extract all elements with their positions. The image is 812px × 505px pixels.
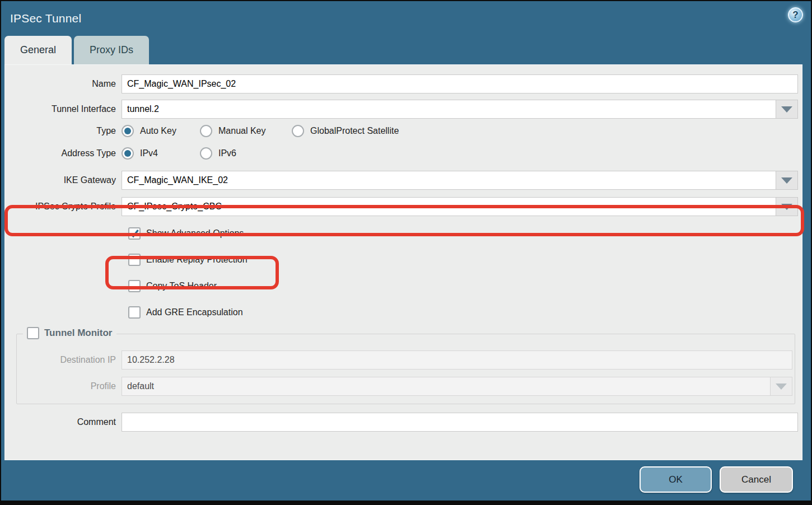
checkbox-label: Show Advanced Options xyxy=(146,228,244,239)
destination-ip-input xyxy=(122,350,792,370)
type-label: Type xyxy=(5,126,122,136)
dialog-title: IPSec Tunnel xyxy=(10,12,81,25)
title-bar: IPSec Tunnel xyxy=(1,1,811,36)
name-label: Name xyxy=(5,79,122,89)
cancel-button[interactable]: Cancel xyxy=(720,466,793,493)
radio-icon xyxy=(200,147,212,160)
tunnel-monitor-label: Tunnel Monitor xyxy=(44,328,113,339)
profile-input xyxy=(122,377,770,396)
radio-selected-icon xyxy=(122,147,134,160)
ipsec-crypto-profile-row: IPSec Crypto Profile xyxy=(5,197,802,216)
address-type-label: Address Type xyxy=(5,148,122,158)
ipsec-tunnel-dialog: IPSec Tunnel ? General Proxy IDs Name Tu… xyxy=(0,0,812,505)
checkbox-icon[interactable] xyxy=(128,254,141,266)
tunnel-interface-dropdown-button[interactable] xyxy=(776,100,798,119)
ipsec-crypto-profile-label: IPSec Crypto Profile xyxy=(5,202,122,212)
add-gre-encapsulation-checkbox-row[interactable]: Add GRE Encapsulation xyxy=(128,306,802,319)
radio-icon xyxy=(292,125,304,137)
comment-row: Comment xyxy=(5,413,802,432)
ike-gateway-input[interactable] xyxy=(122,171,776,190)
checkbox-label: Add GRE Encapsulation xyxy=(146,307,243,317)
radio-label: Auto Key xyxy=(140,126,176,136)
tunnel-monitor-legend: Tunnel Monitor xyxy=(23,327,116,339)
help-icon[interactable]: ? xyxy=(788,7,803,22)
profile-dropdown-button xyxy=(770,377,792,396)
show-advanced-options-checkbox-row[interactable]: Show Advanced Options xyxy=(128,227,802,240)
address-type-option-ipv6[interactable]: IPv6 xyxy=(200,147,236,160)
checkbox-icon[interactable] xyxy=(128,306,141,319)
tunnel-monitor-checkbox[interactable] xyxy=(27,327,39,339)
tunnel-interface-row: Tunnel Interface xyxy=(5,100,802,119)
tunnel-interface-label: Tunnel Interface xyxy=(5,104,122,114)
destination-ip-label: Destination IP xyxy=(17,355,122,365)
radio-label: Manual Key xyxy=(218,126,266,136)
chevron-down-icon xyxy=(781,106,792,113)
chevron-down-icon xyxy=(781,204,792,210)
tunnel-monitor-fieldset: Tunnel Monitor Destination IP Profile xyxy=(16,334,795,404)
profile-row: Profile xyxy=(17,377,795,396)
ike-gateway-row: IKE Gateway xyxy=(5,171,802,190)
type-option-globalprotect-satellite[interactable]: GlobalProtect Satellite xyxy=(292,125,399,137)
type-row: Type Auto Key Manual Key GlobalProtect S… xyxy=(7,125,802,137)
radio-selected-icon xyxy=(122,125,134,137)
tab-bar: General Proxy IDs xyxy=(1,36,811,64)
checkbox-icon[interactable] xyxy=(128,280,141,292)
ok-button[interactable]: OK xyxy=(640,466,712,493)
chevron-down-icon xyxy=(781,177,792,184)
name-row: Name xyxy=(5,74,802,93)
radio-label: IPv6 xyxy=(218,148,236,158)
address-type-option-ipv4[interactable]: IPv4 xyxy=(122,147,200,160)
comment-input[interactable] xyxy=(122,413,798,432)
checkbox-label: Enable Replay Protection xyxy=(146,255,248,265)
tab-proxy-ids[interactable]: Proxy IDs xyxy=(74,36,149,64)
checkbox-checked-icon[interactable] xyxy=(128,227,141,240)
destination-ip-row: Destination IP xyxy=(17,350,795,370)
chevron-down-icon xyxy=(776,384,787,390)
radio-label: GlobalProtect Satellite xyxy=(310,126,399,136)
address-type-row: Address Type IPv4 IPv6 xyxy=(7,147,802,160)
comment-label: Comment xyxy=(5,417,122,427)
tab-general[interactable]: General xyxy=(4,36,72,64)
dialog-footer: OK Cancel xyxy=(1,460,811,501)
ike-gateway-label: IKE Gateway xyxy=(5,175,122,185)
type-option-manual-key[interactable]: Manual Key xyxy=(200,125,292,137)
ipsec-crypto-profile-input[interactable] xyxy=(122,197,776,216)
ipsec-crypto-profile-dropdown-button[interactable] xyxy=(776,197,798,216)
copy-tos-header-checkbox-row[interactable]: Copy ToS Header xyxy=(128,280,802,292)
name-input[interactable] xyxy=(122,74,798,93)
general-tab-panel: Name Tunnel Interface Type Auto Key Manu… xyxy=(4,64,802,460)
enable-replay-protection-checkbox-row[interactable]: Enable Replay Protection xyxy=(128,254,802,266)
type-option-auto-key[interactable]: Auto Key xyxy=(122,125,200,137)
radio-icon xyxy=(200,125,212,137)
radio-label: IPv4 xyxy=(140,148,158,158)
checkbox-label: Copy ToS Header xyxy=(146,281,217,291)
tunnel-interface-input[interactable] xyxy=(122,100,776,119)
ike-gateway-dropdown-button[interactable] xyxy=(776,171,798,190)
profile-label: Profile xyxy=(17,381,122,391)
